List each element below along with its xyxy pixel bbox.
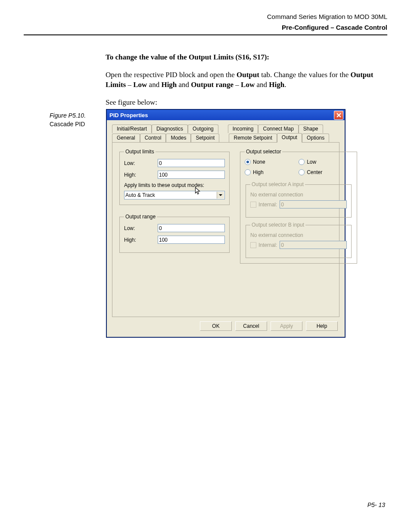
tab-incoming[interactable]: Incoming bbox=[228, 124, 258, 133]
output-range-group: Output range Low: High: bbox=[119, 214, 230, 253]
dialog-title: PID Properties bbox=[109, 112, 148, 118]
cancel-button[interactable]: Cancel bbox=[235, 321, 267, 331]
output-selector-group: Output selector None Low High Center Out… bbox=[240, 149, 357, 264]
instruction-paragraph: Open the respective PID block and open t… bbox=[106, 70, 387, 90]
help-button[interactable]: Help bbox=[306, 321, 338, 331]
chevron-down-icon bbox=[217, 192, 224, 199]
selector-b-static: No external connection bbox=[250, 232, 347, 238]
tab-control[interactable]: Control bbox=[140, 134, 166, 142]
tab-outgoing[interactable]: Outgoing bbox=[188, 124, 218, 133]
page-header-line1: Command Series Migration to MOD 30ML bbox=[24, 13, 387, 20]
selector-a-static: No external connection bbox=[250, 192, 347, 198]
close-button[interactable] bbox=[334, 111, 343, 120]
output-range-legend: Output range bbox=[124, 214, 157, 220]
tab-modes[interactable]: Modes bbox=[166, 134, 191, 142]
selector-b-legend: Output selector B input bbox=[250, 222, 305, 228]
apply-button: Apply bbox=[271, 321, 302, 331]
see-figure-text: See figure below: bbox=[106, 98, 387, 108]
radio-none[interactable]: None bbox=[245, 159, 299, 165]
output-limits-high-label: High: bbox=[124, 172, 155, 178]
selector-a-internal-input bbox=[280, 200, 347, 208]
header-rule bbox=[24, 34, 387, 35]
page-number: P5- 13 bbox=[367, 501, 385, 508]
tab-diagnostics[interactable]: Diagnostics bbox=[152, 124, 188, 133]
selector-a-group: Output selector A input No external conn… bbox=[246, 181, 352, 218]
radio-high[interactable]: High bbox=[245, 169, 299, 175]
apply-limits-value: Auto & Track bbox=[125, 192, 155, 198]
figure-caption: Cascade PID bbox=[50, 121, 101, 128]
tab-setpoint[interactable]: Setpoint bbox=[191, 134, 219, 142]
output-selector-legend: Output selector bbox=[245, 149, 282, 155]
dialog-titlebar[interactable]: PID Properties bbox=[107, 110, 345, 120]
tab-panel-output: Output limits Low: High: Apply limits to… bbox=[112, 142, 339, 317]
output-range-high-input[interactable] bbox=[158, 236, 225, 244]
output-limits-group: Output limits Low: High: Apply limits to… bbox=[119, 149, 230, 205]
tab-output[interactable]: Output bbox=[277, 133, 302, 143]
selector-b-group: Output selector B input No external conn… bbox=[246, 222, 352, 258]
tab-shape[interactable]: Shape bbox=[299, 124, 323, 133]
page-header-line2: Pre-Configured – Cascade Control bbox=[24, 24, 387, 31]
tab-initial-restart[interactable]: Initial/Restart bbox=[112, 124, 152, 133]
tab-connect-map[interactable]: Connect Map bbox=[258, 124, 298, 133]
output-limits-legend: Output limits bbox=[124, 149, 156, 155]
apply-limits-select[interactable]: Auto & Track bbox=[124, 191, 225, 199]
output-range-low-label: Low: bbox=[124, 225, 155, 231]
selector-b-internal-input bbox=[280, 241, 347, 249]
output-limits-low-label: Low: bbox=[124, 160, 155, 166]
selector-a-internal-check: Internal: bbox=[250, 202, 277, 208]
ok-button[interactable]: OK bbox=[200, 321, 232, 331]
tab-remote-setpoint[interactable]: Remote Setpoint bbox=[229, 134, 277, 142]
output-limits-low-input[interactable] bbox=[158, 159, 225, 167]
apply-limits-label: Apply limits to these output modes: bbox=[124, 182, 225, 188]
pid-properties-dialog: PID Properties Initial/Restart Diagnosti… bbox=[106, 109, 346, 338]
output-range-high-label: High: bbox=[124, 237, 155, 243]
tab-general[interactable]: General bbox=[112, 134, 140, 142]
output-limits-high-input[interactable] bbox=[158, 171, 225, 179]
tab-options[interactable]: Options bbox=[302, 134, 329, 142]
figure-label: Figure P5.10. bbox=[50, 112, 86, 119]
selector-a-legend: Output selector A input bbox=[250, 181, 305, 187]
radio-low[interactable]: Low bbox=[299, 159, 352, 165]
selector-b-internal-check: Internal: bbox=[250, 242, 277, 248]
close-icon bbox=[336, 113, 341, 118]
output-range-low-input[interactable] bbox=[158, 224, 225, 232]
radio-center[interactable]: Center bbox=[299, 169, 352, 175]
section-heading: To change the value of the Output Limits… bbox=[106, 53, 269, 61]
